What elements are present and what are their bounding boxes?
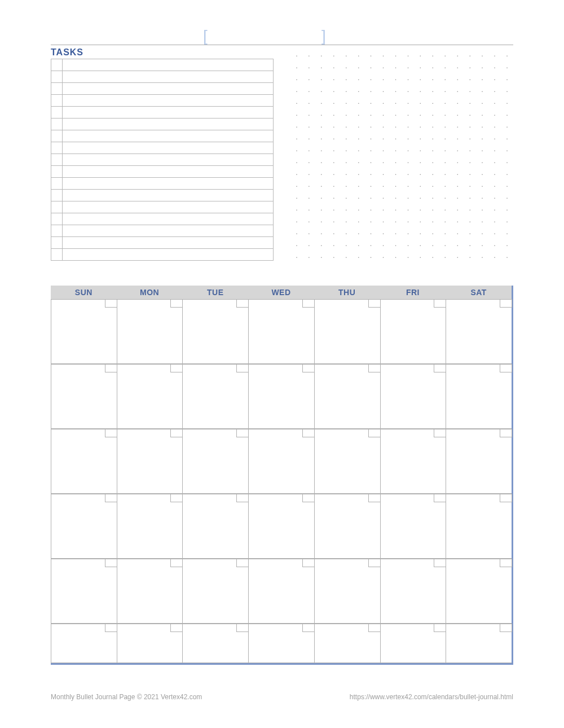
task-row[interactable] — [51, 142, 274, 154]
date-number-box[interactable] — [302, 364, 315, 372]
task-row[interactable] — [51, 166, 274, 178]
date-number-box[interactable] — [368, 624, 381, 632]
task-text-cell[interactable] — [63, 154, 274, 166]
task-row[interactable] — [51, 59, 274, 71]
calendar-cell[interactable] — [117, 559, 183, 624]
task-checkbox-cell[interactable] — [51, 166, 63, 178]
date-number-box[interactable] — [368, 429, 381, 437]
date-number-box[interactable] — [500, 429, 512, 437]
calendar-cell[interactable] — [446, 559, 512, 624]
date-number-box[interactable] — [368, 559, 381, 567]
task-checkbox-cell[interactable] — [51, 119, 63, 130]
date-number-box[interactable] — [170, 559, 183, 567]
date-number-box[interactable] — [105, 429, 117, 437]
date-number-box[interactable] — [236, 494, 249, 502]
task-text-cell[interactable] — [63, 59, 274, 71]
calendar-cell[interactable] — [248, 364, 314, 429]
date-number-box[interactable] — [368, 494, 381, 502]
calendar-cell[interactable] — [314, 364, 380, 429]
calendar-cell[interactable] — [314, 429, 380, 494]
date-number-box[interactable] — [500, 364, 512, 372]
task-text-cell[interactable] — [63, 142, 274, 154]
date-number-box[interactable] — [105, 364, 117, 372]
calendar-cell[interactable] — [446, 364, 512, 429]
calendar-cell[interactable] — [117, 299, 183, 364]
task-text-cell[interactable] — [63, 201, 274, 213]
calendar-cell[interactable] — [380, 299, 446, 364]
date-number-box[interactable] — [302, 494, 315, 502]
calendar-cell[interactable] — [182, 494, 248, 559]
task-checkbox-cell[interactable] — [51, 59, 63, 71]
calendar-cell[interactable] — [446, 429, 512, 494]
date-number-box[interactable] — [105, 494, 117, 502]
task-row[interactable] — [51, 119, 274, 130]
date-number-box[interactable] — [500, 559, 512, 567]
calendar-cell[interactable] — [182, 299, 248, 364]
task-row[interactable] — [51, 190, 274, 201]
task-checkbox-cell[interactable] — [51, 190, 63, 201]
task-row[interactable] — [51, 237, 274, 249]
date-number-box[interactable] — [434, 429, 446, 437]
date-number-box[interactable] — [368, 364, 381, 372]
date-number-box[interactable] — [500, 624, 512, 632]
calendar-cell[interactable] — [182, 429, 248, 494]
task-text-cell[interactable] — [63, 225, 274, 237]
date-number-box[interactable] — [434, 364, 446, 372]
calendar-cell[interactable] — [380, 429, 446, 494]
task-checkbox-cell[interactable] — [51, 83, 63, 95]
calendar-cell[interactable] — [248, 559, 314, 624]
calendar-cell[interactable] — [446, 624, 512, 663]
date-number-box[interactable] — [434, 494, 446, 502]
task-row[interactable] — [51, 130, 274, 142]
calendar-cell[interactable] — [248, 299, 314, 364]
calendar-cell[interactable] — [314, 299, 380, 364]
task-row[interactable] — [51, 225, 274, 237]
calendar-cell[interactable] — [51, 624, 117, 663]
calendar-cell[interactable] — [182, 364, 248, 429]
date-number-box[interactable] — [434, 299, 446, 308]
calendar-cell[interactable] — [51, 364, 117, 429]
calendar-cell[interactable] — [51, 299, 117, 364]
task-text-cell[interactable] — [63, 249, 274, 261]
task-text-cell[interactable] — [63, 178, 274, 190]
task-row[interactable] — [51, 107, 274, 119]
date-number-box[interactable] — [170, 299, 183, 308]
calendar-cell[interactable] — [51, 559, 117, 624]
task-text-cell[interactable] — [63, 71, 274, 83]
task-row[interactable] — [51, 83, 274, 95]
calendar-cell[interactable] — [248, 494, 314, 559]
date-number-box[interactable] — [302, 624, 315, 632]
task-text-cell[interactable] — [63, 83, 274, 95]
calendar-cell[interactable] — [446, 299, 512, 364]
calendar-cell[interactable] — [380, 624, 446, 663]
task-row[interactable] — [51, 213, 274, 225]
task-text-cell[interactable] — [63, 213, 274, 225]
calendar-cell[interactable] — [314, 559, 380, 624]
task-checkbox-cell[interactable] — [51, 130, 63, 142]
calendar-cell[interactable] — [117, 494, 183, 559]
calendar-cell[interactable] — [314, 494, 380, 559]
task-row[interactable] — [51, 95, 274, 107]
date-number-box[interactable] — [170, 494, 183, 502]
task-checkbox-cell[interactable] — [51, 249, 63, 261]
task-row[interactable] — [51, 71, 274, 83]
date-number-box[interactable] — [170, 364, 183, 372]
task-row[interactable] — [51, 154, 274, 166]
calendar-cell[interactable] — [182, 624, 248, 663]
task-text-cell[interactable] — [63, 119, 274, 130]
calendar-cell[interactable] — [380, 364, 446, 429]
task-text-cell[interactable] — [63, 166, 274, 178]
date-number-box[interactable] — [302, 299, 315, 308]
task-checkbox-cell[interactable] — [51, 225, 63, 237]
calendar-cell[interactable] — [380, 559, 446, 624]
date-number-box[interactable] — [236, 299, 249, 308]
calendar-cell[interactable] — [248, 624, 314, 663]
task-text-cell[interactable] — [63, 190, 274, 201]
calendar-cell[interactable] — [182, 559, 248, 624]
task-row[interactable] — [51, 249, 274, 261]
date-number-box[interactable] — [302, 559, 315, 567]
date-number-box[interactable] — [170, 429, 183, 437]
calendar-cell[interactable] — [380, 494, 446, 559]
date-number-box[interactable] — [236, 559, 249, 567]
date-number-box[interactable] — [500, 494, 512, 502]
